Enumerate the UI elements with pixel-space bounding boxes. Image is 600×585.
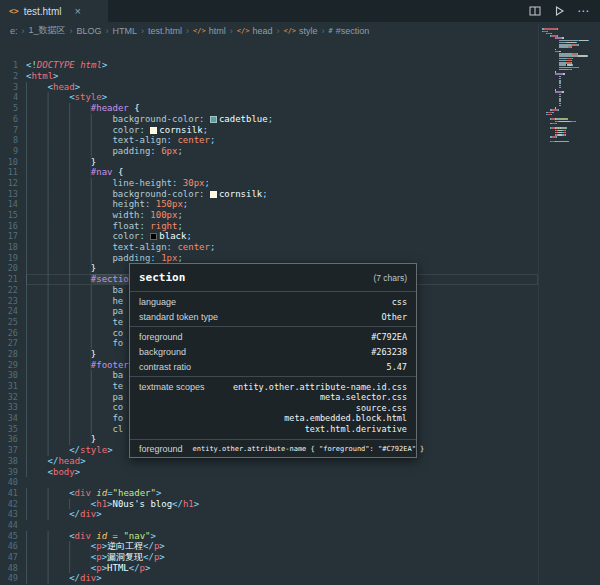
code-line-46[interactable]: 46<p>逆向工程</p> [0,541,538,552]
breadcrumb-item-style[interactable]: </>style [283,26,317,36]
indent-guide [26,285,112,296]
indent-guide [26,114,112,125]
code-line-1[interactable]: 1<!DOCTYPE html> [0,60,538,71]
line-number: 36 [0,434,26,445]
indent-guide [26,263,91,274]
code-line-47[interactable]: 47<p>漏洞复现</p> [0,552,538,563]
code-icon: </> [283,27,296,35]
minimap[interactable] [538,24,600,585]
breadcrumb-item-html[interactable]: </>html [193,26,226,36]
code-line-41[interactable]: 41<div id="header"> [0,488,538,499]
line-number: 48 [0,563,26,574]
indent-guide [26,167,91,178]
code-line-42[interactable]: 42<h1>N0us's blog</h1> [0,499,538,510]
line-number: 34 [0,413,26,424]
tab-test-html[interactable]: <> test.html × [0,0,108,22]
tab-bar: <> test.html × ⋯ [0,0,600,22]
code-line-2[interactable]: 2<html> [0,71,538,82]
line-number: 32 [0,392,26,403]
line-number: 17 [0,231,26,242]
code-line-8[interactable]: 8text-align: center; [0,135,538,146]
code-line-18[interactable]: 18text-align: center; [0,242,538,253]
breadcrumb-item-html[interactable]: HTML [113,26,138,36]
line-number: 20 [0,263,26,274]
indent-guide [26,199,112,210]
indent-guide [26,125,112,136]
more-actions-icon[interactable]: ⋯ [577,4,590,18]
line-number: 46 [0,541,26,552]
indent-guide [26,573,69,584]
line-number: 30 [0,370,26,381]
line-number: 49 [0,573,26,584]
code-line-14[interactable]: 14height: 150px; [0,199,538,210]
line-number: 10 [0,157,26,168]
editor-actions: ⋯ [529,0,600,22]
code-line-15[interactable]: 15width: 100px; [0,210,538,221]
line-number: 11 [0,167,26,178]
code-line-5[interactable]: 5#header { [0,103,538,114]
code-line-3[interactable]: 3<head> [0,82,538,93]
tooltip-row: languagecss [130,294,416,309]
tooltip-scopes-label: textmate scopes [139,382,205,392]
code-line-17[interactable]: 17color: black; [0,231,538,242]
line-number: 38 [0,456,26,467]
breadcrumb-item--section[interactable]: ##section [329,26,370,36]
code-line-45[interactable]: 45<div id = "nav"> [0,531,538,542]
line-number: 43 [0,509,26,520]
line-number: 14 [0,199,26,210]
line-number: 6 [0,114,26,125]
code-line-44[interactable]: 44 [0,520,538,531]
split-editor-icon[interactable] [529,5,541,17]
line-number: 2 [0,71,26,82]
tooltip-divider [130,376,416,377]
code-line-16[interactable]: 16float: right; [0,221,538,232]
breadcrumb-item-head[interactable]: </>head [237,26,273,36]
indent-guide [26,210,112,221]
breadcrumb-item-blog[interactable]: BLOG [77,26,102,36]
color-swatch[interactable] [150,233,157,240]
tab-close-icon[interactable]: × [74,6,80,17]
line-number: 13 [0,189,26,200]
code-line-12[interactable]: 12line-height: 30px; [0,178,538,189]
code-line-11[interactable]: 11#nav { [0,167,538,178]
indent-guide [26,413,112,424]
line-number: 39 [0,467,26,478]
code-line-19[interactable]: 19padding: 1px; [0,253,538,264]
code-line-48[interactable]: 48<p>HTML</p> [0,563,538,574]
tooltip-rule-value: entity.other.attribute-name { "foregroun… [193,445,425,453]
code-line-9[interactable]: 9padding: 6px; [0,146,538,157]
line-number: 12 [0,178,26,189]
indent-guide [26,157,91,168]
code-line-13[interactable]: 13background-color: cornsilk; [0,189,538,200]
indent-guide [26,82,48,93]
breadcrumb-item-e-[interactable]: e: [10,26,18,36]
code-line-10[interactable]: 10} [0,157,538,168]
indent-guide [26,189,112,200]
run-code-icon[interactable] [553,5,565,17]
indent-guide [26,306,112,317]
indent-guide [26,509,69,520]
tooltip-scope-list: entity.other.attribute-name.id.cssmeta.s… [233,382,407,435]
line-number: 26 [0,328,26,339]
code-line-43[interactable]: 43</div> [0,509,538,520]
color-swatch[interactable] [210,116,217,123]
breadcrumb-item-1-[interactable]: 1_数据区 [29,24,66,37]
line-number: 27 [0,338,26,349]
line-number: 47 [0,552,26,563]
line-number: 41 [0,488,26,499]
indent-guide [26,242,112,253]
color-swatch[interactable] [210,191,217,198]
code-line-49[interactable]: 49</div> [0,573,538,584]
code-line-39[interactable]: 39<body> [0,467,538,478]
indent-guide [26,552,91,563]
tooltip-scopes-row: textmate scopes entity.other.attribute-n… [130,379,416,437]
code-line-7[interactable]: 7color: cornsilk; [0,125,538,136]
color-swatch[interactable] [150,127,157,134]
line-number: 31 [0,381,26,392]
code-line-6[interactable]: 6background-color: cadetblue; [0,114,538,125]
breadcrumb-item-test-html[interactable]: test.html [148,26,182,36]
line-number: 22 [0,285,26,296]
code-line-40[interactable]: 40 [0,477,538,488]
code-line-4[interactable]: 4<style> [0,92,538,103]
line-number: 1 [0,60,26,71]
